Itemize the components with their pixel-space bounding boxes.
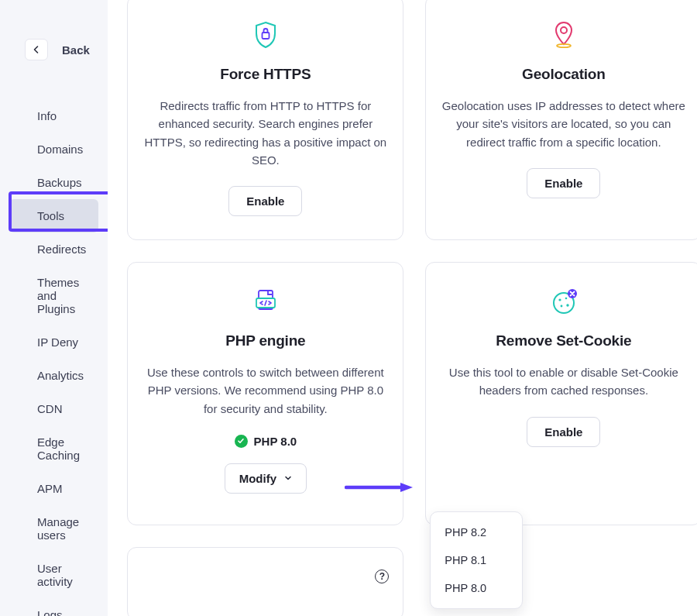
card-description: Redirects traffic from HTTP to HTTPS for… (143, 97, 387, 169)
card-description: Use this tool to enable or disable Set-C… (441, 363, 685, 400)
modify-button-label: Modify (239, 472, 276, 485)
modify-button[interactable]: Modify (225, 463, 307, 494)
enable-button[interactable]: Enable (228, 186, 302, 216)
dropdown-item-php-8-0[interactable]: PHP 8.0 (431, 574, 522, 602)
card-title: Geolocation (522, 66, 606, 83)
card-description: Geolocation uses IP addresses to detect … (441, 97, 685, 151)
card-force-https: Force HTTPS Redirects traffic from HTTP … (127, 0, 403, 240)
svg-rect-0 (262, 33, 269, 39)
back-button[interactable] (25, 39, 48, 60)
sidebar-item-cdn[interactable]: CDN (9, 392, 98, 425)
check-circle-icon (235, 435, 248, 448)
card-title: Remove Set-Cookie (496, 332, 631, 349)
php-version-label: PHP 8.0 (254, 435, 297, 448)
svg-point-7 (565, 298, 568, 300)
map-pin-icon (548, 19, 579, 50)
shield-lock-icon (250, 19, 281, 50)
card-placeholder: ? (127, 547, 403, 616)
sidebar-item-user-activity[interactable]: User activity (9, 552, 98, 598)
dropdown-item-php-8-2[interactable]: PHP 8.2 (431, 518, 522, 546)
help-icon[interactable]: ? (375, 570, 389, 583)
sidebar-item-manage-users[interactable]: Manage users (9, 505, 98, 552)
arrow-left-icon (32, 45, 41, 54)
card-title: Force HTTPS (220, 66, 311, 83)
sidebar-item-analytics[interactable]: Analytics (9, 359, 98, 392)
sidebar-item-apm[interactable]: APM (9, 472, 98, 505)
card-geolocation: Geolocation Geolocation uses IP addresse… (425, 0, 697, 240)
card-remove-set-cookie: Remove Set-Cookie Use this tool to enabl… (425, 262, 697, 525)
back-label: Back (62, 43, 90, 57)
sidebar-item-themes-and-plugins[interactable]: Themes and Plugins (9, 266, 98, 325)
sidebar-nav: Info Domains Backups Tools Redirects The… (0, 79, 108, 616)
sidebar-item-domains[interactable]: Domains (9, 132, 98, 166)
sidebar-item-backups[interactable]: Backups (9, 166, 98, 199)
card-description: Use these controls to switch between dif… (143, 363, 387, 418)
main-content: Force HTTPS Redirects traffic from HTTP … (108, 0, 697, 616)
svg-point-6 (558, 298, 561, 301)
sidebar-item-redirects[interactable]: Redirects (9, 232, 98, 266)
sidebar-item-tools[interactable]: Tools (9, 199, 98, 232)
enable-button[interactable]: Enable (527, 417, 600, 447)
sidebar-item-edge-caching[interactable]: Edge Caching (9, 425, 98, 472)
card-php-engine: PHP engine Use these controls to switch … (127, 262, 403, 525)
card-title: PHP engine (225, 332, 305, 349)
sidebar-item-logs[interactable]: Logs (9, 598, 98, 616)
php-version-dropdown: PHP 8.2 PHP 8.1 PHP 8.0 (430, 511, 523, 609)
cookie-remove-icon (548, 286, 579, 317)
svg-point-8 (560, 305, 562, 308)
sidebar-item-ip-deny[interactable]: IP Deny (9, 325, 98, 359)
code-file-icon (250, 286, 281, 317)
chevron-down-icon (284, 474, 292, 482)
svg-point-9 (566, 304, 568, 306)
svg-point-2 (557, 44, 571, 47)
svg-point-1 (561, 27, 567, 33)
sidebar: Back Info Domains Backups Tools Redirect… (0, 0, 108, 616)
sidebar-item-info[interactable]: Info (9, 99, 98, 132)
dropdown-item-php-8-1[interactable]: PHP 8.1 (431, 546, 522, 574)
enable-button[interactable]: Enable (527, 168, 600, 198)
php-version-status: PHP 8.0 (235, 435, 297, 448)
